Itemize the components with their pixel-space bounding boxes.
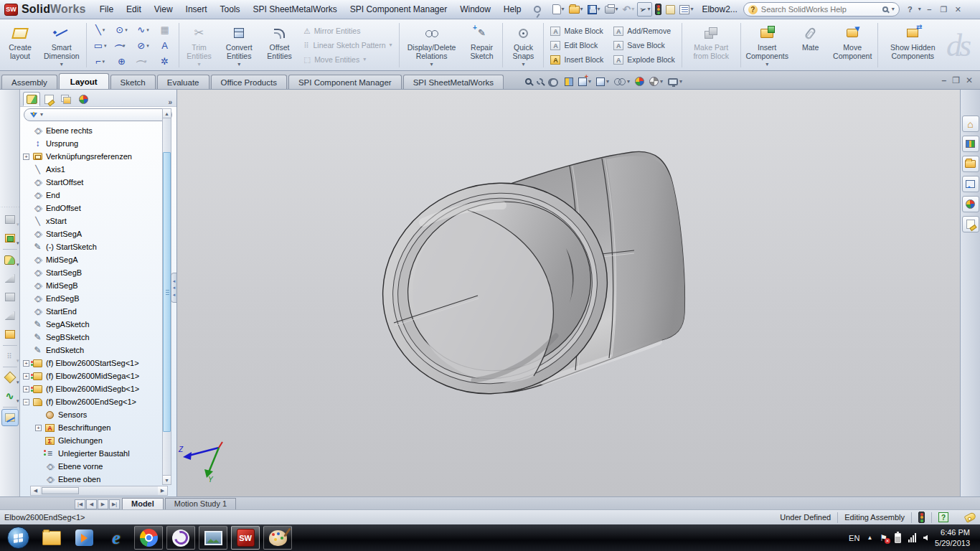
view-orientation-button[interactable] — [578, 77, 591, 86]
section-view-button[interactable] — [565, 77, 573, 86]
start-button[interactable] — [7, 527, 29, 549]
menu-spi-component-manager[interactable]: SPI Component Manager — [344, 0, 453, 19]
tab-configuration-manager[interactable] — [57, 92, 75, 106]
save-block-button[interactable]: Save Block — [610, 38, 679, 52]
insert-block-button[interactable]: Insert Block — [547, 52, 607, 67]
circle-tool[interactable] — [111, 22, 133, 37]
taskbar-media-player-button[interactable] — [70, 526, 98, 550]
chevron-down-icon[interactable] — [588, 79, 591, 85]
select-tool-button[interactable] — [637, 2, 652, 17]
help-search-box[interactable] — [743, 2, 900, 17]
quick-tips-icon[interactable] — [938, 512, 948, 522]
arc-tool[interactable] — [111, 37, 133, 53]
display-delete-relations-button[interactable]: Display/Delete Relations — [401, 21, 463, 70]
tree-item[interactable]: EndSketch — [20, 344, 176, 357]
tree-item[interactable]: Unlegierter Baustahl — [20, 447, 176, 460]
smart-fasteners-button[interactable] — [1, 270, 19, 287]
fillet-tool[interactable] — [90, 53, 111, 69]
tab-property-manager[interactable] — [40, 92, 57, 106]
tree-item[interactable]: MidSegB — [20, 279, 176, 292]
chevron-down-icon[interactable] — [606, 79, 609, 85]
view-settings-button[interactable] — [668, 78, 682, 85]
explode-block-button[interactable]: Explode Block — [610, 52, 679, 67]
menu-file[interactable]: File — [93, 0, 120, 19]
expand-plus-icon[interactable] — [23, 373, 29, 380]
select-box-tool[interactable] — [154, 22, 176, 37]
convert-entities-button[interactable]: Convert Entities — [218, 21, 260, 70]
tab-motion-study-1[interactable]: Motion Study 1 — [165, 498, 236, 509]
tab-spi-sheetmetalworks[interactable]: SPI SheetMetalWorks — [403, 75, 504, 89]
zoom-to-fit-button[interactable] — [525, 78, 532, 85]
print-button[interactable] — [603, 2, 620, 17]
tree-item[interactable]: (f) Elbow2600MidSegb<1> — [20, 382, 176, 395]
tab-spi-component-manager[interactable]: SPI Component Manager — [288, 75, 402, 89]
doc-close-icon[interactable] — [966, 76, 973, 85]
menu-edit[interactable]: Edit — [120, 0, 148, 19]
repair-sketch-button[interactable]: Repair Sketch — [463, 21, 501, 70]
tree-item[interactable]: StartSegB — [20, 266, 176, 279]
taskbar-solidworks-button[interactable]: SW — [231, 526, 260, 550]
menu-spi-sheetmetalworks[interactable]: SPI SheetMetalWorks — [247, 0, 344, 19]
show-hidden-components-button[interactable]: Show Hidden Components — [880, 21, 946, 70]
edit-block-button[interactable]: Edit Block — [547, 38, 607, 52]
extend-tool[interactable] — [133, 53, 154, 69]
scroll-up-icon[interactable] — [163, 109, 171, 118]
chevron-down-icon[interactable] — [17, 240, 19, 245]
rebuild-button[interactable] — [654, 2, 663, 17]
reference-geometry-button[interactable] — [1, 307, 19, 324]
display-style-button[interactable] — [596, 77, 609, 86]
tree-item[interactable]: EndSegB — [20, 292, 176, 305]
chevron-down-icon[interactable] — [125, 27, 128, 32]
scroll-left-icon[interactable] — [31, 486, 40, 495]
pin-menu-icon[interactable] — [534, 6, 541, 13]
tree-item[interactable]: (-) StartSketch — [20, 240, 176, 253]
app-help-button[interactable]: ? — [904, 4, 916, 16]
chevron-down-icon[interactable] — [146, 27, 149, 32]
create-layout-button[interactable]: Create layout — [1, 21, 39, 70]
options-button[interactable] — [678, 2, 694, 17]
show-hidden-icons-button[interactable] — [867, 534, 872, 541]
point-tool[interactable] — [154, 53, 176, 69]
assembly-features-button[interactable] — [1, 288, 19, 306]
menu-help[interactable]: Help — [497, 0, 528, 19]
make-part-from-block-button[interactable]: Make Part from Block — [684, 21, 739, 70]
tree-item[interactable]: Beschriftungen — [20, 421, 176, 434]
network-signal-icon[interactable] — [908, 533, 916, 542]
chevron-down-icon[interactable] — [616, 6, 618, 12]
tree-item[interactable]: StartEnd — [20, 305, 176, 318]
restore-icon[interactable] — [938, 4, 950, 16]
tab-sketch[interactable]: Sketch — [110, 75, 156, 89]
tab-evaluate[interactable]: Evaluate — [157, 75, 209, 89]
chevron-down-icon[interactable] — [918, 6, 921, 12]
taskbar-chrome-button[interactable] — [134, 526, 163, 550]
tree-item[interactable]: Axis1 — [20, 163, 176, 176]
search-input[interactable] — [761, 5, 879, 14]
tree-item[interactable]: EndOffset — [20, 202, 176, 215]
taskbar-internet-explorer-button[interactable] — [102, 526, 131, 550]
tab-layout[interactable]: Layout — [59, 73, 109, 89]
chevron-down-icon[interactable] — [522, 62, 524, 69]
undo-button[interactable] — [621, 2, 636, 17]
tree-item[interactable]: Ebene rechts — [20, 124, 176, 137]
chevron-down-icon[interactable] — [237, 62, 240, 69]
doc-minimize-icon[interactable] — [941, 76, 946, 85]
tree-item[interactable]: (f) Elbow2600EndSeg<1> — [20, 395, 176, 408]
chevron-down-icon[interactable] — [40, 112, 43, 118]
chevron-down-icon[interactable] — [146, 43, 149, 48]
tree-filter-input[interactable] — [24, 108, 172, 121]
view-palette-button[interactable] — [962, 176, 979, 192]
tree-item[interactable]: xStart — [20, 215, 176, 227]
action-center-flag-icon[interactable] — [880, 534, 887, 542]
tree-item[interactable]: Ebene vorne — [20, 460, 176, 473]
move-component-button[interactable]: Move Component — [829, 21, 876, 70]
chevron-down-icon[interactable] — [580, 6, 583, 12]
expand-plus-icon[interactable] — [23, 360, 29, 367]
chevron-down-icon[interactable] — [430, 62, 433, 69]
ellipse-tool[interactable] — [133, 37, 154, 53]
chevron-down-icon[interactable] — [103, 27, 105, 32]
language-indicator[interactable]: EN — [849, 534, 859, 542]
hide-show-items-button[interactable] — [614, 78, 630, 85]
minimize-icon[interactable] — [923, 4, 936, 16]
tree-item[interactable]: MidSegA — [20, 253, 176, 266]
tree-item[interactable]: Verknüpfungsreferenzen — [20, 150, 176, 163]
